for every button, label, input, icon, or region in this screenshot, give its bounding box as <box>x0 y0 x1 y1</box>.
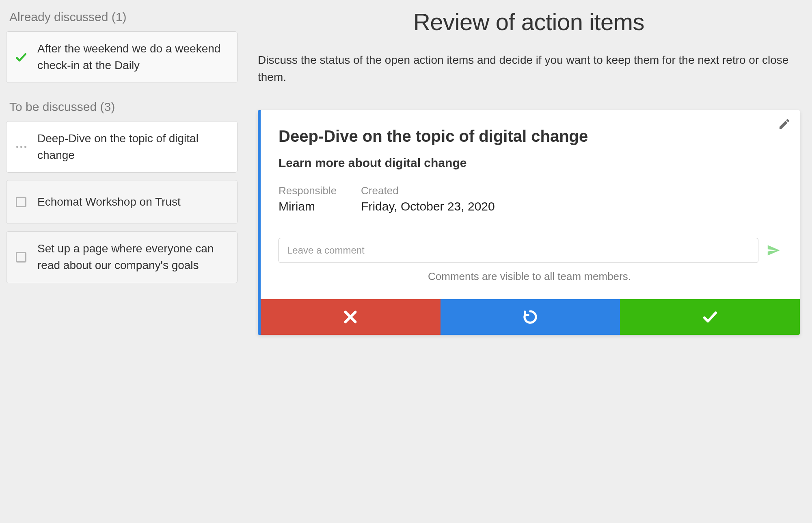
to-discuss-item-text: Deep-Dive on the topic of digital change <box>37 130 227 163</box>
close-button[interactable] <box>261 299 441 335</box>
created-label: Created <box>361 184 495 197</box>
to-discuss-list: Deep-Dive on the topic of digital change… <box>6 121 238 283</box>
main: Review of action items Discuss the statu… <box>258 8 800 515</box>
to-discuss-item-text: Echomat Workshop on Trust <box>37 194 181 211</box>
check-icon <box>13 51 29 64</box>
sidebar: Already discussed (1) After the weekend … <box>6 8 238 515</box>
discussed-list: After the weekend we do a weekend check-… <box>6 31 238 83</box>
to-discuss-item[interactable]: Echomat Workshop on Trust <box>6 180 238 224</box>
action-title: Deep-Dive on the topic of digital change <box>279 127 780 145</box>
discussed-item[interactable]: After the weekend we do a weekend check-… <box>6 31 238 83</box>
to-discuss-item-active[interactable]: Deep-Dive on the topic of digital change <box>6 121 238 173</box>
page-description: Discuss the status of the open action it… <box>258 52 800 86</box>
action-meta: Responsible Miriam Created Friday, Octob… <box>279 184 780 213</box>
action-card: Deep-Dive on the topic of digital change… <box>258 110 800 335</box>
to-discuss-item[interactable]: Set up a page where everyone can read ab… <box>6 231 238 283</box>
checkbox-empty-icon[interactable] <box>13 252 29 263</box>
checkbox-empty-icon[interactable] <box>13 197 29 207</box>
confirm-button[interactable] <box>620 299 800 335</box>
responsible-label: Responsible <box>279 184 337 197</box>
edit-icon[interactable] <box>778 117 791 132</box>
sidebar-heading-discussed: Already discussed (1) <box>9 10 238 24</box>
comment-visibility-note: Comments are visible to all team members… <box>279 270 780 283</box>
retry-button[interactable] <box>441 299 620 335</box>
sidebar-heading-to-discuss: To be discussed (3) <box>9 100 238 114</box>
send-icon[interactable] <box>767 243 780 257</box>
created-value: Friday, October 23, 2020 <box>361 200 495 213</box>
responsible-value: Miriam <box>279 200 337 213</box>
action-subtitle: Learn more about digital change <box>279 156 780 170</box>
to-discuss-item-text: Set up a page where everyone can read ab… <box>37 241 227 273</box>
dots-icon <box>13 146 29 148</box>
page-title: Review of action items <box>258 8 800 35</box>
action-bar <box>261 299 800 335</box>
comment-input[interactable] <box>279 238 758 263</box>
discussed-item-text: After the weekend we do a weekend check-… <box>37 41 227 74</box>
